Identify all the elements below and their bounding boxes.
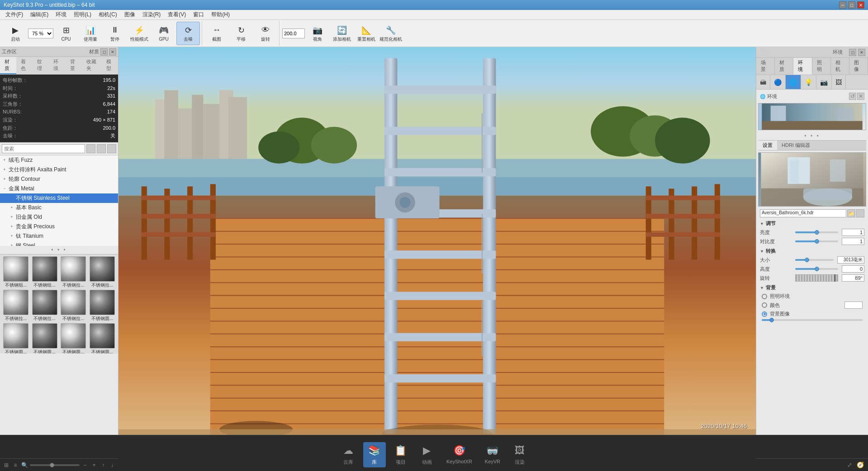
tab-collect[interactable]: 收藏夹 <box>82 57 102 74</box>
tab-texture[interactable]: 纹理 <box>33 57 49 74</box>
tree-item-titanium[interactable]: + 钛 Titanium <box>0 231 118 241</box>
menu-file[interactable]: 文件(F) <box>2 10 27 19</box>
menu-env[interactable]: 环境 <box>52 10 70 19</box>
tab-model[interactable]: 模型 <box>102 57 118 74</box>
contrast-thumb[interactable] <box>815 239 819 244</box>
close-button[interactable]: ✕ <box>857 1 864 9</box>
add-camera-button[interactable]: 📷 视角 <box>306 22 329 45</box>
zoom-slider-thumb[interactable] <box>50 463 54 467</box>
zoom-slider[interactable] <box>30 464 80 466</box>
size-input[interactable] <box>837 256 864 264</box>
translate-button[interactable]: ↔ 截图 <box>205 22 228 45</box>
project-nav-item[interactable]: 📋 项目 <box>389 442 412 467</box>
tree-item-stainless-steel[interactable]: 不锈钢 Stainless Steel <box>0 193 118 203</box>
env-tab-material2[interactable]: 🔵 <box>770 75 786 89</box>
contrast-input[interactable] <box>842 238 864 245</box>
thumb-item-1[interactable]: 不锈钢组... <box>31 256 59 289</box>
zoom-out-icon[interactable]: − <box>81 462 89 469</box>
render-nav-item[interactable]: 🖼 渲染 <box>508 442 531 467</box>
env-refresh-btn[interactable]: ↺ <box>849 93 856 100</box>
reset-camera-button[interactable]: 🔄 添加相机 <box>330 22 354 45</box>
normalize-camera-button[interactable]: 📐 重置相机 <box>355 22 378 45</box>
right-panel-close-btn[interactable]: ✕ <box>858 49 865 56</box>
cpu-button[interactable]: ⊞ CPU <box>54 22 78 45</box>
tree-item-axalta[interactable]: + 文仕得涂料 Axalta Paint <box>0 165 118 174</box>
menu-view[interactable]: 查看(V) <box>164 10 190 19</box>
thumb-item-6[interactable]: 不锈钢拉... <box>60 290 88 322</box>
tab-background[interactable]: 背景 <box>66 57 82 74</box>
env-tab-environment[interactable]: 🌐 <box>786 75 801 89</box>
menu-window[interactable]: 窗口 <box>190 10 208 19</box>
right-tab-lighting[interactable]: 照明 <box>812 58 831 75</box>
pause-button[interactable]: ⏸ 暂停 <box>103 22 127 45</box>
render-value-input[interactable] <box>282 28 305 38</box>
height-slider[interactable] <box>795 268 838 270</box>
zoom-select[interactable]: 75 % <box>28 28 53 38</box>
animation-nav-item[interactable]: ▶ 动画 <box>416 442 438 467</box>
key-vr-nav-item[interactable]: 🥽 KeyVR <box>480 442 505 467</box>
thumb-item-8[interactable]: 不锈钢圆... <box>2 323 30 353</box>
zoom-in-icon[interactable]: + <box>90 462 98 469</box>
height-input[interactable] <box>842 265 864 273</box>
cloud-nav-item[interactable]: ☁ 云库 <box>337 442 360 467</box>
size-thumb[interactable] <box>805 258 809 262</box>
maximize-button[interactable]: □ <box>848 1 855 9</box>
up-icon[interactable]: ↑ <box>100 462 107 469</box>
tab-env[interactable]: 环境 <box>49 57 65 74</box>
right-tab-camera[interactable]: 相机 <box>831 58 849 75</box>
nav-icon[interactable]: 🧭 <box>856 461 864 469</box>
bg-lighting-radio[interactable] <box>762 294 767 299</box>
denoise-button[interactable]: ⟳ 去噪 <box>176 22 200 45</box>
expand-icon[interactable]: ⤢ <box>845 461 854 469</box>
usage-button[interactable]: 📊 使用量 <box>79 22 102 45</box>
bg-image-radio[interactable] <box>762 311 767 317</box>
brightness-slider[interactable] <box>795 231 838 233</box>
grid-icon[interactable]: ⊞ <box>3 462 10 469</box>
tree-item-contour[interactable]: + 轮廓 Contour <box>0 174 118 184</box>
right-tab-scene[interactable]: 场景 <box>756 58 775 75</box>
viewport[interactable]: 2020/10/17 10:46 <box>119 47 756 435</box>
search-filter-btn[interactable]: ▼ <box>107 144 116 153</box>
rotation-input[interactable] <box>842 274 864 282</box>
file-browse-btn[interactable]: 📁 <box>847 209 855 217</box>
tree-item-fuzz[interactable]: + 绒毛 Fuzz <box>0 155 118 165</box>
env-tab-image2[interactable]: 🖼 <box>832 75 846 89</box>
search-small-icon[interactable]: 🔍 <box>21 462 28 469</box>
search-input[interactable] <box>2 144 85 153</box>
down-icon[interactable]: ↓ <box>109 462 116 469</box>
bg-color-swatch[interactable] <box>844 301 863 309</box>
bg-image-thumb[interactable] <box>769 318 774 322</box>
thumb-item-9[interactable]: 不锈钢圆... <box>31 323 59 353</box>
brightness-thumb[interactable] <box>815 230 819 235</box>
panel-expand-btn[interactable]: ◻ <box>100 48 108 56</box>
env-tab-camera2[interactable]: 📷 <box>816 75 832 89</box>
menu-help[interactable]: 帮助(H) <box>208 10 233 19</box>
start-button[interactable]: ▶ 启动 <box>4 22 27 45</box>
tab-color[interactable]: 着色 <box>16 57 33 74</box>
tools-button[interactable]: 🔧 规范化相机 <box>379 22 403 45</box>
tree-item-old[interactable]: + 旧金属 Old <box>0 212 118 222</box>
menu-lighting[interactable]: 照明(L) <box>70 10 95 19</box>
thumb-item-7[interactable]: 不锈钢圆... <box>88 290 116 322</box>
right-panel-expand-btn[interactable]: ◻ <box>849 49 856 56</box>
env-tab-lighting2[interactable]: 💡 <box>801 75 816 89</box>
tree-item-precious[interactable]: + 贵金属 Precious <box>0 222 118 231</box>
file-refresh-btn[interactable]: ↺ <box>856 209 864 217</box>
env-tab-scene[interactable]: 🏔 <box>756 75 770 89</box>
keyshot-xr-nav-item[interactable]: 🎯 KeyShotXR <box>442 442 477 467</box>
tree-item-metal[interactable]: − 金属 Metal <box>0 184 118 193</box>
thumb-item-3[interactable]: 不锈钢拉... <box>88 256 116 289</box>
tree-item-basic[interactable]: + 基本 Basic <box>0 203 118 212</box>
thumb-item-5[interactable]: 不锈钢拉... <box>31 290 59 322</box>
bg-color-radio[interactable] <box>762 302 767 308</box>
tab-materials[interactable]: 材质 <box>0 57 16 74</box>
rotate-button[interactable]: ↻ 平移 <box>229 22 253 45</box>
menu-camera[interactable]: 相机(C) <box>95 10 121 19</box>
tree-item-steel[interactable]: + 钢 Steel <box>0 241 118 246</box>
performance-button[interactable]: ⚡ 性能模式 <box>128 22 151 45</box>
thumb-item-4[interactable]: 不锈钢拉... <box>2 290 30 322</box>
env-add-btn[interactable]: ✕ <box>857 93 864 100</box>
thumb-item-2[interactable]: 不锈钢拉... <box>60 256 88 289</box>
minimize-button[interactable]: ─ <box>839 1 846 9</box>
brightness-input[interactable] <box>842 229 864 236</box>
